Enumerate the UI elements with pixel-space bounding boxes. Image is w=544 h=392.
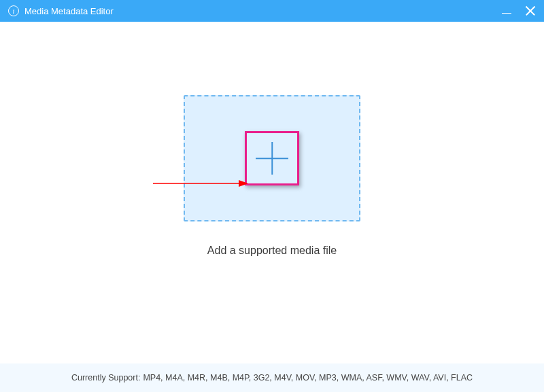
plus-icon [256, 142, 288, 175]
close-button[interactable] [525, 5, 536, 16]
titlebar: i Media Metadata Editor [0, 0, 544, 22]
add-file-dropzone[interactable] [184, 95, 360, 221]
footer-formats: MP4, M4A, M4R, M4B, M4P, 3G2, M4V, MOV, … [143, 373, 473, 382]
window-controls [502, 5, 536, 16]
info-icon-letter: i [13, 7, 15, 15]
instruction-label: Add a supported media file [207, 245, 337, 257]
footer-bar: Currently Support: MP4, M4A, M4R, M4B, M… [0, 363, 544, 392]
minimize-button[interactable] [502, 6, 511, 16]
window-title: Media Metadata Editor [24, 6, 502, 16]
footer-label: Currently Support: [71, 373, 140, 382]
main-content: Add a supported media file [0, 22, 544, 363]
info-icon: i [8, 5, 19, 16]
